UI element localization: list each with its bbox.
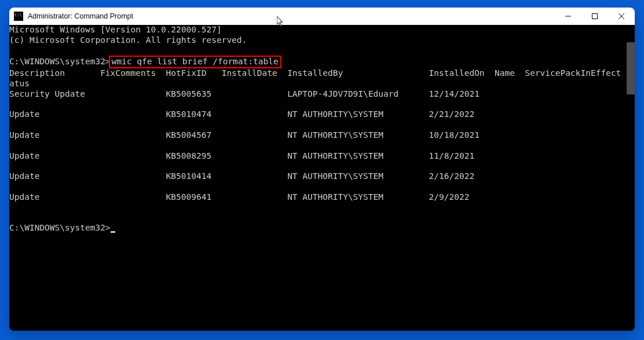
blank-line	[9, 161, 635, 171]
blank-line	[9, 203, 635, 213]
cursor	[111, 231, 115, 233]
scrollbar[interactable]	[627, 42, 635, 94]
prompt-line: C:\WINDOWS\system32>	[9, 223, 635, 233]
blank-line	[9, 141, 635, 151]
minimize-button[interactable]	[555, 8, 581, 25]
columns-header-cont: atus	[9, 79, 635, 89]
prompt: C:\WINDOWS\system32>	[9, 57, 111, 66]
svg-rect-1	[592, 14, 598, 19]
blank-line	[9, 120, 635, 130]
columns-header: Description FixComments HotFixID Install…	[9, 68, 635, 79]
close-button[interactable]	[608, 8, 635, 25]
table-row: Update KB5004567 NT AUTHORITY\SYSTEM 10/…	[9, 130, 635, 141]
header-line: Microsoft Windows [Version 10.0.22000.52…	[9, 25, 635, 35]
table-row: Update KB5010474 NT AUTHORITY\SYSTEM 2/2…	[9, 109, 635, 120]
prompt: C:\WINDOWS\system32>	[9, 223, 111, 232]
cmd-icon	[14, 12, 23, 21]
table-row: Security Update KB5005635 LAPTOP-4JDV7D9…	[9, 89, 635, 100]
blank-line	[9, 213, 635, 223]
blank-line	[9, 46, 635, 56]
blank-line	[9, 100, 635, 110]
prompt-line: C:\WINDOWS\system32>wmic qfe list brief …	[9, 56, 635, 68]
table-row: Update KB5008295 NT AUTHORITY\SYSTEM 11/…	[9, 151, 635, 162]
maximize-button[interactable]	[581, 8, 608, 25]
table-row: Update KB5010414 NT AUTHORITY\SYSTEM 2/1…	[9, 171, 635, 182]
table-row: Update KB5009641 NT AUTHORITY\SYSTEM 2/9…	[9, 192, 635, 203]
titlebar[interactable]: Administrator: Command Prompt	[9, 8, 635, 25]
terminal-area[interactable]: Microsoft Windows [Version 10.0.22000.52…	[9, 25, 635, 331]
window-title: Administrator: Command Prompt	[28, 12, 133, 20]
copyright-line: (c) Microsoft Corporation. All rights re…	[9, 35, 635, 46]
highlighted-command: wmic qfe list brief /format:table	[109, 56, 281, 68]
blank-line	[9, 182, 635, 192]
cmd-window: Administrator: Command Prompt Microsoft …	[9, 8, 635, 331]
